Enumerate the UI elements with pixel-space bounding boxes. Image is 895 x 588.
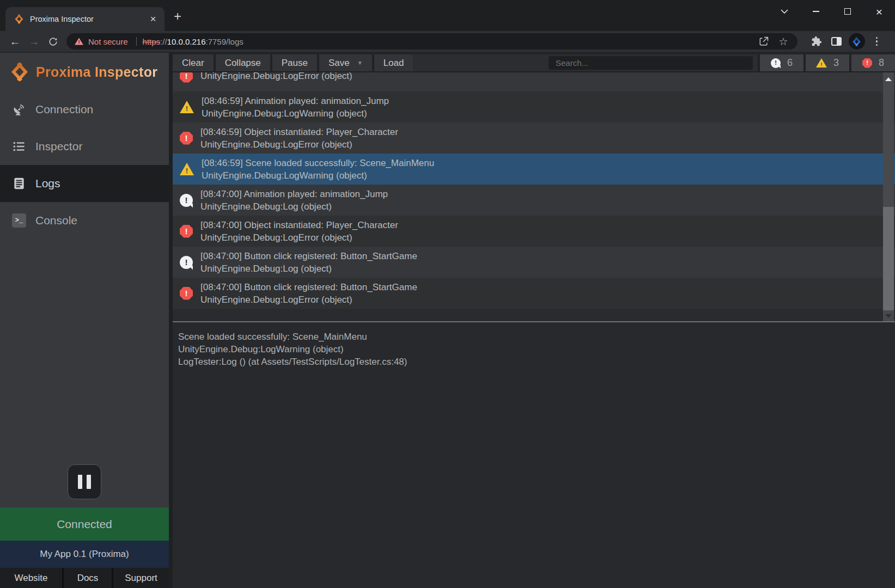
collapse-button[interactable]: Collapse — [216, 54, 270, 71]
not-secure-label[interactable]: Not secure — [88, 37, 128, 46]
browser-titlebar: Proxima Inspector × + × — [0, 0, 895, 31]
warning-icon: ! — [816, 58, 827, 68]
tab-close-icon[interactable]: × — [147, 13, 159, 25]
logs-content: ClearCollapsePauseSave▼Load !6!3!8 !Unit… — [169, 53, 895, 588]
log-row-message: [08:46:59] Scene loaded successfully: Sc… — [202, 157, 434, 169]
sidebar-item-connection[interactable]: Connection — [0, 91, 169, 128]
url-separator: :// — [160, 37, 167, 46]
logs-toolbar: ClearCollapsePauseSave▼Load !6!3!8 — [173, 53, 895, 72]
browser-tab[interactable]: Proxima Inspector × — [5, 7, 165, 31]
footer-link-support[interactable]: Support — [113, 568, 169, 588]
footer-link-website[interactable]: Website — [0, 568, 64, 588]
close-window-button[interactable]: × — [863, 0, 895, 23]
counter-error[interactable]: !8 — [849, 54, 895, 71]
clear-button[interactable]: Clear — [173, 54, 214, 71]
scrollbar[interactable] — [883, 72, 894, 321]
scroll-down-icon[interactable] — [885, 314, 892, 318]
sidebar-item-label: Console — [35, 214, 77, 227]
sidebar-footer: WebsiteDocsSupport — [0, 568, 169, 588]
log-row-stacktrace: UnityEngine.Debug:Log (object) — [200, 262, 417, 275]
sidebar-item-logs[interactable]: Logs — [0, 165, 169, 202]
counter-warning[interactable]: !3 — [803, 54, 849, 71]
pause-stream-button[interactable] — [68, 464, 101, 499]
log-row[interactable]: ![08:47:00] Button click registered: But… — [173, 278, 895, 309]
toolbar-button-label: Load — [383, 58, 404, 69]
app-logo: Proxima Inspector — [0, 53, 169, 91]
error-icon: ! — [180, 132, 193, 145]
reload-button[interactable] — [44, 32, 63, 51]
error-icon: ! — [180, 72, 193, 83]
browser-menu-kebab-icon[interactable] — [867, 32, 887, 51]
minimize-button[interactable] — [800, 0, 832, 23]
save-button[interactable]: Save▼ — [319, 54, 372, 71]
log-row[interactable]: ![08:47:00] Button click registered: But… — [173, 247, 895, 278]
url-bar[interactable]: ! Not secure https://10.0.0.216:7759/log… — [66, 33, 797, 50]
app-logo-text: Proxima Inspector — [36, 64, 157, 80]
sidebar-item-label: Inspector — [35, 140, 82, 153]
log-row-stacktrace: UnityEngine.Debug:LogError (object) — [200, 138, 398, 151]
log-row-message: [08:47:00] Animation played: animation_J… — [200, 188, 388, 200]
log-detail-panel: Scene loaded successfully: Scene_MainMen… — [173, 322, 895, 588]
toolbar-button-label: Save — [328, 58, 350, 69]
terminal-icon: >_ — [12, 213, 26, 228]
log-row[interactable]: ![08:46:59] Animation played: animation_… — [173, 91, 895, 122]
maximize-button[interactable] — [832, 0, 863, 23]
log-row[interactable]: ![08:46:59] Scene loaded successfully: S… — [173, 154, 895, 185]
new-tab-button[interactable]: + — [170, 9, 185, 24]
detail-line: Scene loaded successfully: Scene_MainMen… — [178, 330, 890, 343]
pause-button[interactable]: Pause — [272, 54, 317, 71]
log-row-stacktrace: UnityEngine.Debug:Log (object) — [200, 200, 388, 213]
toolbar-button-label: Pause — [282, 58, 308, 69]
log-row-message: [08:46:59] Object instantiated: Player_C… — [200, 126, 398, 138]
not-secure-warning-icon: ! — [75, 38, 83, 45]
log-row-stacktrace: UnityEngine.Debug:LogWarning (object) — [202, 107, 389, 120]
share-icon[interactable] — [754, 34, 774, 49]
error-icon: ! — [180, 287, 193, 300]
warning-icon: ! — [180, 163, 194, 175]
sidebar-item-inspector[interactable]: Inspector — [0, 128, 169, 165]
log-row[interactable]: ![08:47:00] Object instantiated: Player_… — [173, 216, 895, 247]
log-row-stacktrace: UnityEngine.Debug:LogError (object) — [200, 293, 417, 306]
browser-window: Proxima Inspector × + × ← → ! Not secure… — [0, 0, 895, 588]
proxima-favicon-icon — [14, 14, 24, 24]
page: Proxima Inspector ConnectionInspectorLog… — [0, 52, 895, 588]
log-row-message: [08:47:00] Object instantiated: Player_C… — [200, 219, 398, 231]
log-row[interactable]: ![08:46:59] Object instantiated: Player_… — [173, 122, 895, 154]
back-button[interactable]: ← — [5, 32, 25, 51]
log-row[interactable]: !UnityEngine.Debug:LogError (object) — [173, 72, 895, 91]
document-icon — [12, 176, 26, 191]
profile-avatar[interactable] — [847, 32, 867, 51]
log-row-stacktrace: UnityEngine.Debug:LogError (object) — [200, 231, 398, 244]
counter-count: 8 — [879, 57, 884, 69]
sidebar: Proxima Inspector ConnectionInspectorLog… — [0, 53, 169, 588]
sidebar-item-label: Logs — [35, 177, 60, 190]
extensions-puzzle-icon[interactable] — [806, 32, 826, 51]
url-host: 10.0.0.216 — [167, 37, 206, 46]
url-divider — [136, 37, 137, 46]
scroll-up-icon[interactable] — [885, 77, 892, 81]
load-button[interactable]: Load — [374, 54, 413, 71]
toolbar-button-label: Clear — [182, 58, 204, 69]
url-scheme: https — [143, 37, 161, 46]
sidebar-item-console[interactable]: >_Console — [0, 202, 169, 239]
log-row-message: [08:47:00] Button click registered: Butt… — [200, 281, 417, 293]
counter-count: 6 — [787, 57, 793, 69]
satellite-icon — [12, 102, 26, 117]
log-row[interactable]: ![08:47:00] Animation played: animation_… — [173, 185, 895, 216]
scrollbar-thumb[interactable] — [883, 207, 894, 310]
tab-search-chevron-icon[interactable] — [769, 0, 800, 23]
footer-link-docs[interactable]: Docs — [64, 568, 113, 588]
connection-status-badge: Connected — [0, 507, 169, 541]
detail-line: UnityEngine.Debug:LogWarning (object) — [178, 343, 890, 356]
list-icon — [12, 139, 26, 154]
bookmark-star-icon[interactable]: ☆ — [774, 34, 793, 49]
warning-icon: ! — [180, 101, 194, 113]
search-input[interactable] — [549, 56, 753, 70]
toolbar-button-label: Collapse — [225, 58, 261, 69]
forward-button[interactable]: → — [25, 32, 44, 51]
log-list: !UnityEngine.Debug:LogError (object)![08… — [173, 72, 895, 321]
url-text[interactable]: https://10.0.0.216:7759/logs — [143, 37, 243, 46]
error-icon: ! — [180, 225, 193, 238]
counter-info[interactable]: !6 — [758, 54, 803, 71]
side-panel-icon[interactable] — [826, 32, 847, 51]
